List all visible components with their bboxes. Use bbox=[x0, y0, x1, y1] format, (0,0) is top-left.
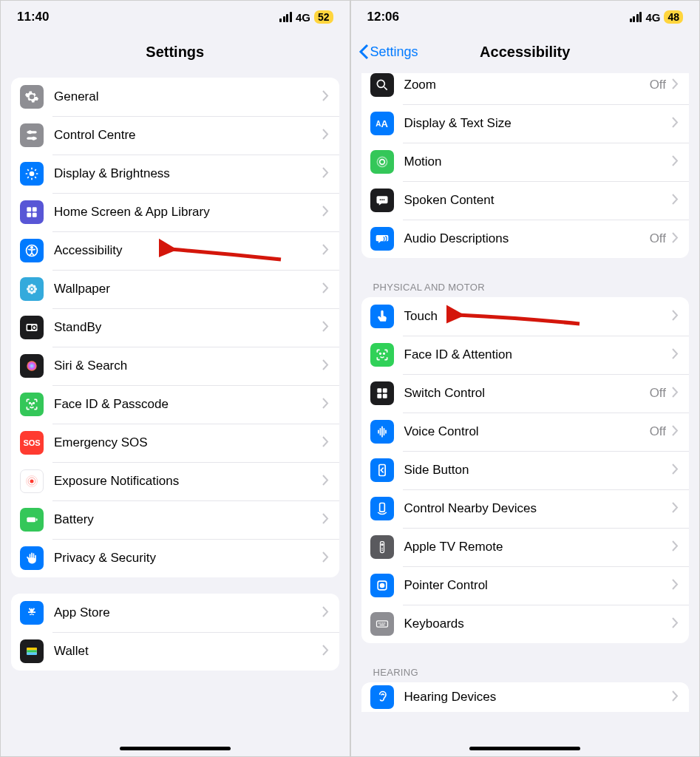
chevron-right-icon bbox=[322, 436, 329, 450]
row-side-button[interactable]: Side Button bbox=[361, 451, 690, 489]
row-label: Apple TV Remote bbox=[404, 540, 673, 554]
siri-icon bbox=[20, 354, 44, 378]
hand-icon bbox=[20, 546, 44, 570]
row-label: Control Nearby Devices bbox=[404, 501, 673, 516]
svg-rect-38 bbox=[36, 518, 38, 520]
svg-point-2 bbox=[28, 130, 32, 134]
svg-rect-16 bbox=[33, 213, 37, 217]
row-label: Zoom bbox=[404, 78, 650, 92]
row-motion[interactable]: Motion bbox=[361, 143, 690, 181]
svg-line-11 bbox=[27, 177, 29, 178]
status-bar: 11:40 4G 52 bbox=[1, 1, 350, 33]
row-label: Side Button bbox=[404, 463, 673, 478]
row-label: Accessibility bbox=[54, 243, 322, 258]
row-label: Display & Brightness bbox=[54, 166, 322, 181]
row-battery[interactable]: Battery bbox=[11, 500, 339, 539]
row-audio-descriptions[interactable]: Audio Descriptions Off bbox=[361, 220, 690, 258]
status-battery: 48 bbox=[664, 10, 683, 24]
remote-icon bbox=[370, 535, 394, 559]
chevron-right-icon bbox=[672, 540, 679, 554]
svg-point-25 bbox=[33, 285, 35, 288]
row-app-store[interactable]: App Store bbox=[11, 594, 339, 632]
row-display-text-size[interactable]: AA Display & Text Size bbox=[361, 104, 690, 143]
settings-list[interactable]: General Control Centre Display & Brightn… bbox=[1, 70, 350, 756]
row-pointer-control[interactable]: Pointer Control bbox=[361, 566, 690, 605]
exposure-icon bbox=[20, 469, 44, 493]
chevron-right-icon bbox=[672, 425, 679, 439]
row-hearing-devices[interactable]: Hearing Devices bbox=[361, 682, 690, 712]
chevron-left-icon bbox=[359, 44, 369, 60]
row-exposure[interactable]: Exposure Notifications bbox=[11, 462, 339, 500]
row-control-centre[interactable]: Control Centre bbox=[11, 116, 339, 155]
faceid-icon bbox=[20, 393, 44, 416]
chevron-right-icon bbox=[672, 387, 679, 401]
row-accessibility[interactable]: Accessibility bbox=[11, 231, 339, 270]
chevron-right-icon bbox=[322, 90, 329, 104]
svg-rect-15 bbox=[27, 213, 31, 217]
svg-rect-40 bbox=[27, 648, 36, 650]
svg-line-12 bbox=[35, 169, 36, 171]
row-value: Off bbox=[650, 386, 666, 401]
screen-settings: 11:40 4G 52 Settings General Control Cen… bbox=[1, 1, 350, 756]
row-faceid-attention[interactable]: Face ID & Attention bbox=[361, 336, 690, 374]
row-home-screen[interactable]: Home Screen & App Library bbox=[11, 193, 339, 231]
chevron-right-icon bbox=[322, 475, 329, 489]
chevron-right-icon bbox=[672, 310, 679, 324]
row-label: Face ID & Passcode bbox=[54, 397, 322, 412]
switch-icon bbox=[370, 381, 394, 405]
svg-point-49 bbox=[383, 199, 384, 200]
svg-point-47 bbox=[379, 199, 381, 200]
row-appletv-remote[interactable]: Apple TV Remote bbox=[361, 528, 690, 566]
row-touch[interactable]: Touch bbox=[361, 297, 690, 336]
row-nearby-devices[interactable]: Control Nearby Devices bbox=[361, 489, 690, 528]
audio-desc-icon bbox=[370, 227, 394, 251]
row-zoom[interactable]: Zoom Off bbox=[361, 73, 690, 104]
grid-icon bbox=[20, 200, 44, 224]
chevron-right-icon bbox=[672, 78, 679, 92]
row-standby[interactable]: StandBy bbox=[11, 308, 339, 347]
row-label: Control Centre bbox=[54, 128, 322, 143]
row-label: Home Screen & App Library bbox=[54, 205, 322, 220]
row-value: Off bbox=[650, 78, 666, 92]
accessibility-list[interactable]: Zoom Off AA Display & Text Size Motion S… bbox=[351, 70, 700, 756]
home-indicator[interactable] bbox=[469, 747, 580, 750]
row-wallpaper[interactable]: Wallpaper bbox=[11, 270, 339, 308]
status-bar: 12:06 4G 48 bbox=[351, 1, 700, 33]
row-privacy[interactable]: Privacy & Security bbox=[11, 539, 339, 577]
row-label: Privacy & Security bbox=[54, 551, 322, 566]
svg-rect-55 bbox=[382, 394, 387, 398]
chevron-right-icon bbox=[322, 606, 329, 620]
row-general[interactable]: General bbox=[11, 78, 339, 116]
chevron-right-icon bbox=[322, 398, 329, 412]
appstore-icon bbox=[20, 601, 44, 625]
back-button[interactable]: Settings bbox=[359, 33, 418, 70]
chevron-right-icon bbox=[322, 551, 329, 566]
signal-icon bbox=[279, 12, 292, 22]
home-indicator[interactable] bbox=[120, 747, 231, 750]
row-emergency-sos[interactable]: SOS Emergency SOS bbox=[11, 424, 339, 462]
chevron-right-icon bbox=[672, 617, 679, 631]
row-label: Siri & Search bbox=[54, 359, 322, 373]
chevron-right-icon bbox=[672, 579, 679, 593]
row-faceid-passcode[interactable]: Face ID & Passcode bbox=[11, 385, 339, 424]
svg-rect-29 bbox=[27, 325, 31, 330]
text-size-icon: AA bbox=[370, 112, 394, 135]
svg-rect-42 bbox=[27, 653, 36, 655]
row-voice-control[interactable]: Voice Control Off bbox=[361, 413, 690, 451]
section-physical-motor: Physical and Motor bbox=[351, 274, 700, 297]
row-spoken-content[interactable]: Spoken Content bbox=[361, 181, 690, 220]
svg-point-65 bbox=[381, 548, 383, 549]
svg-point-46 bbox=[377, 157, 387, 166]
screen-accessibility: 12:06 4G 48 Settings Accessibility Zoom … bbox=[351, 1, 700, 756]
row-value: Off bbox=[650, 231, 666, 246]
touch-icon bbox=[370, 305, 394, 328]
row-wallet[interactable]: Wallet bbox=[11, 632, 339, 671]
row-siri[interactable]: Siri & Search bbox=[11, 347, 339, 385]
chevron-right-icon bbox=[322, 167, 329, 181]
row-display-brightness[interactable]: Display & Brightness bbox=[11, 155, 339, 193]
svg-point-34 bbox=[30, 480, 34, 483]
row-keyboards[interactable]: Keyboards bbox=[361, 605, 690, 643]
svg-rect-53 bbox=[382, 388, 387, 393]
row-switch-control[interactable]: Switch Control Off bbox=[361, 374, 690, 413]
battery-icon bbox=[20, 508, 44, 532]
